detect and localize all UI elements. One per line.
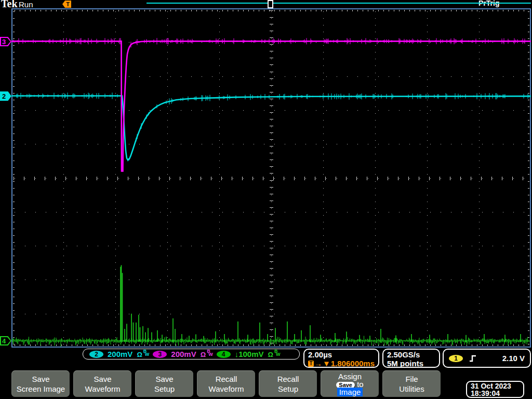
channel-3-badge: 3 [153, 351, 167, 358]
timebase-scale: 2.00µs [308, 350, 375, 359]
save-key-icon: Save [336, 382, 355, 388]
bottom-menu: SaveScreen Image SaveWaveform SaveSetup … [11, 370, 441, 397]
channel-4-scale: ↓100mV [235, 350, 264, 358]
channel-4-marker-icon[interactable]: 4 [0, 336, 11, 345]
assign-save-to-image-button[interactable]: Assign Save to Image [321, 370, 379, 397]
trigger-status-label: PrTrig [478, 0, 499, 7]
trigger-delay-readout: T→▼1.806000ms [308, 359, 375, 368]
time-label: 18:39:04 [471, 390, 523, 397]
record-view-waveform [147, 3, 531, 4]
channel-2-marker-icon[interactable]: 2 [0, 91, 11, 101]
trigger-level-value: 2.10 V [502, 354, 525, 363]
trigger-source-badge: 1 [449, 355, 463, 362]
channel-3-impedance-icon: ΩBW [201, 350, 213, 358]
sample-rate: 2.50GS/s [387, 350, 435, 359]
save-setup-button[interactable]: SaveSetup [135, 370, 193, 397]
waveform-canvas [11, 8, 531, 348]
save-waveform-button[interactable]: SaveWaveform [73, 370, 131, 397]
channel-4-readout: 4 ↓100mV ΩBW [217, 350, 281, 358]
acquisition-readout: 2.50GS/s 5M points [382, 349, 440, 368]
channel-2-scale: 200mV [108, 350, 132, 358]
record-trigger-flag-icon[interactable]: T [62, 1, 71, 8]
trigger-readout: 1 2.10 V [443, 349, 531, 368]
waveform-display [11, 8, 531, 348]
channel-3-readout: 3 200mV ΩBW [153, 350, 212, 358]
datetime-display: 31 Oct 2023 18:39:04 [466, 381, 524, 398]
channel-readouts: 2 200mV ΩBW 3 200mV ΩBW 4 ↓100mV ΩBW [83, 349, 300, 360]
assign-target-label: Image [337, 388, 363, 396]
expansion-point-icon[interactable] [268, 0, 273, 8]
channel-2-badge: 2 [89, 351, 103, 358]
save-screen-image-button[interactable]: SaveScreen Image [11, 370, 70, 397]
recall-setup-button[interactable]: RecallSetup [259, 370, 317, 397]
channel-3-marker-icon[interactable]: 3 [0, 37, 11, 46]
date-label: 31 Oct 2023 [471, 382, 523, 390]
acquisition-status: Run [19, 0, 33, 9]
recall-waveform-button[interactable]: RecallWaveform [197, 370, 255, 397]
channel-4-impedance-icon: ΩBW [268, 350, 281, 358]
rising-edge-slope-icon [469, 354, 476, 363]
channel-2-impedance-icon: ΩBW [137, 350, 149, 358]
record-length: 5M points [387, 359, 435, 368]
channel-3-scale: 200mV [171, 350, 196, 358]
oscilloscope-screen: Tek Run PrTrig T T 3 2 4 2 200mV ΩBW 3 2… [0, 0, 532, 399]
trigger-time-icon: T [308, 361, 314, 367]
file-utilities-button[interactable]: FileUtilities [382, 370, 441, 397]
timebase-readout: 2.00µs T→▼1.806000ms [303, 349, 379, 368]
channel-2-readout: 2 200mV ΩBW [89, 350, 149, 358]
channel-4-badge: 4 [217, 351, 231, 358]
